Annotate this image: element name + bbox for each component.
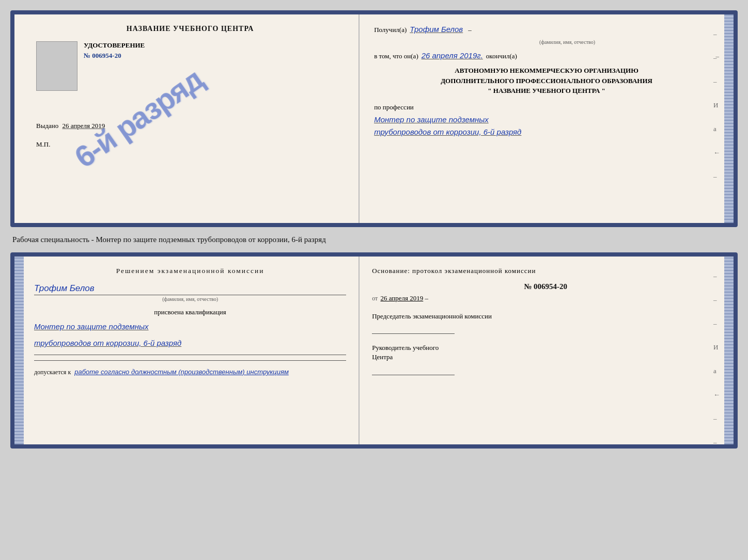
dash-r4: И: [713, 101, 720, 109]
dash-br5: И: [713, 343, 720, 351]
cert-top-left: НАЗВАНИЕ УЧЕБНОГО ЦЕНТРА УДОСТОВЕРЕНИЕ №…: [14, 14, 360, 223]
dash-br8: –: [713, 414, 720, 423]
director-title-1: Руководитель учебного: [372, 343, 719, 353]
cert-udost-block: УДОСТОВЕРЕНИЕ № 006954-20: [84, 41, 344, 60]
cert-top-title: НАЗВАНИЕ УЧЕБНОГО ЦЕНТРА: [36, 25, 344, 33]
person-name-bottom: Трофим Белов: [34, 283, 346, 295]
mp-label: М.П.: [36, 140, 344, 149]
profession-hw-1: Монтер по защите подземных: [374, 114, 719, 126]
dash-r1: –: [713, 30, 720, 38]
qualification-hw-2: трубопроводов от коррозии, 6-й разряд: [34, 337, 346, 349]
right-dashes-top: – – – И а ← –: [713, 30, 720, 181]
right-binding-strip: [724, 14, 734, 223]
chairman-sig-line: [372, 333, 455, 334]
допускается-hw: работе согласно должностным (производств…: [74, 368, 289, 376]
org-block: АВТОНОМНУЮ НЕКОММЕРЧЕСКУЮ ОРГАНИЗАЦИЮ ДО…: [374, 66, 719, 96]
cert-stamp-area: УДОСТОВЕРЕНИЕ № 006954-20: [36, 41, 344, 91]
received-line: Получил(а) Трофим Белов –: [374, 25, 719, 34]
dash-br7: ←: [713, 391, 720, 399]
protocol-date: от 26 апреля 2019 –: [372, 294, 719, 302]
director-title-2: Центра: [372, 353, 719, 362]
director-sig-line: [372, 375, 455, 375]
chairman-title: Председатель экзаменационной комиссии: [372, 312, 719, 321]
issued-label: Выдано: [36, 122, 58, 130]
dash-br2: –: [713, 272, 720, 280]
osnov-label: Основание: протокол экзаменационной коми…: [372, 267, 719, 275]
dash-r7: –: [713, 172, 720, 181]
page-wrapper: НАЗВАНИЕ УЧЕБНОГО ЦЕНТРА УДОСТОВЕРЕНИЕ №…: [10, 10, 738, 449]
right-dashes-bottom: – – – И а ← – – – –: [713, 272, 720, 449]
director-title: Руководитель учебного Центра: [372, 343, 719, 362]
dash-br6: а: [713, 367, 720, 375]
dash-r2: –: [713, 54, 720, 62]
name-sublabel-top: (фамилия, имя, отчество): [415, 39, 719, 45]
date-value: 26 апреля 2019: [381, 294, 424, 302]
date-prefix: от: [372, 295, 378, 302]
issued-date: 26 апреля 2019: [63, 122, 105, 130]
dash-br9: –: [713, 438, 720, 446]
cert-number: № 006954-20: [84, 52, 344, 60]
dash-br3: –: [713, 296, 720, 304]
допускается-block: допускается к работе согласно должностны…: [34, 368, 346, 376]
blank-line-1: [34, 355, 346, 355]
bottom-certificate: Решением экзаменационной комиссии Трофим…: [10, 252, 738, 449]
dash-br4: –: [713, 319, 720, 328]
name-sublabel-bottom: (фамилия, имя, отчество): [34, 296, 346, 302]
org-line2: ДОПОЛНИТЕЛЬНОГО ПРОФЕССИОНАЛЬНОГО ОБРАЗО…: [374, 76, 719, 86]
cert-issued: Выдано 26 апреля 2019: [36, 122, 344, 130]
date-hw: 26 апреля 2019г.: [422, 51, 483, 60]
resolution-title: Решением экзаменационной комиссии: [34, 267, 346, 275]
in-that-label: в том, что он(а): [374, 52, 418, 60]
in-that-line: в том, что он(а) 26 апреля 2019г. окончи…: [374, 51, 719, 60]
dash-r3: –: [713, 77, 720, 86]
profession-hw-2: трубопроводов от коррозии, 6-й разряд: [374, 126, 719, 138]
photo-placeholder: [36, 41, 77, 91]
cert-top-right: Получил(а) Трофим Белов – (фамилия, имя,…: [360, 14, 734, 223]
between-text: Рабочая специальность - Монтер по защите…: [10, 235, 738, 244]
director-block: Руководитель учебного Центра: [372, 343, 719, 375]
dash-top1: –: [468, 26, 472, 34]
cert-bottom-left: Решением экзаменационной комиссии Трофим…: [14, 257, 360, 444]
dash-br1: –: [425, 294, 429, 302]
received-label: Получил(а): [374, 26, 407, 34]
finished-label: окончил(а): [486, 52, 517, 60]
bottom-right-binding: [724, 257, 734, 444]
profession-label: по профессии: [374, 103, 719, 111]
udost-title: УДОСТОВЕРЕНИЕ: [84, 41, 344, 50]
blank-line-2: [34, 360, 346, 361]
protocol-number: № 006954-20: [372, 282, 719, 291]
dash-r5: а: [713, 125, 720, 133]
org-line1: АВТОНОМНУЮ НЕКОММЕРЧЕСКУЮ ОРГАНИЗАЦИЮ: [374, 66, 719, 76]
dash-r6: ←: [713, 149, 720, 157]
chairman-title-text: Председатель экзаменационной комиссии: [372, 312, 492, 320]
top-certificate: НАЗВАНИЕ УЧЕБНОГО ЦЕНТРА УДОСТОВЕРЕНИЕ №…: [10, 10, 738, 227]
допускается-prefix: допускается к: [34, 369, 71, 376]
org-line3: " НАЗВАНИЕ УЧЕБНОГО ЦЕНТРА ": [374, 86, 719, 96]
assigned-label: присвоена квалификация: [34, 308, 346, 316]
cert-bottom-right: Основание: протокол экзаменационной коми…: [360, 257, 734, 444]
chairman-block: Председатель экзаменационной комиссии: [372, 312, 719, 334]
qualification-hw-1: Монтер по защите подземных: [34, 321, 346, 333]
person-name-top: Трофим Белов: [410, 25, 463, 34]
